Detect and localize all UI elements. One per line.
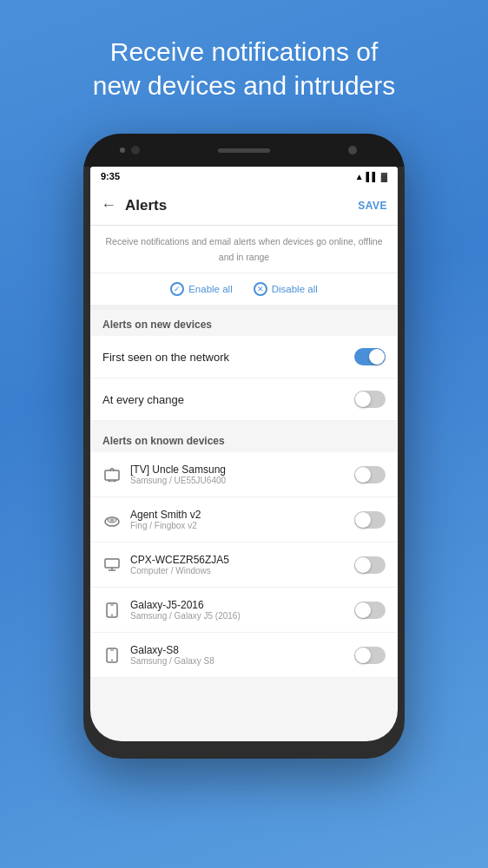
device-row-galaxy-j5: Galaxy-J5-2016 Samsung / Galaxy J5 (2016… bbox=[90, 588, 398, 633]
every-change-toggle[interactable] bbox=[354, 391, 386, 408]
svg-rect-7 bbox=[105, 559, 119, 568]
tv-icon bbox=[102, 465, 122, 484]
toggle-row-every-change: At every change bbox=[90, 378, 398, 421]
save-button[interactable]: SAVE bbox=[358, 200, 387, 212]
app-bar: ← Alerts SAVE bbox=[90, 186, 398, 226]
device-subtitle-fingbox: Fing / Fingbox v2 bbox=[130, 521, 201, 530]
svg-point-6 bbox=[110, 518, 114, 522]
device-row-computer: CPX-WCEZR56ZJA5 Computer / Windows bbox=[90, 542, 398, 588]
phone-camera-right bbox=[348, 146, 357, 155]
device-row-left-computer: CPX-WCEZR56ZJA5 Computer / Windows bbox=[102, 554, 354, 575]
svg-point-14 bbox=[111, 659, 113, 661]
phone-mockup: 9:35 ▲ ▌▌ ▓ ← Alerts SAVE Receive notifi… bbox=[83, 134, 405, 868]
phone-icon-j5 bbox=[102, 601, 122, 620]
computer-icon bbox=[102, 556, 122, 575]
toggle-knob bbox=[369, 349, 385, 365]
status-bar: 9:35 ▲ ▌▌ ▓ bbox=[90, 167, 398, 186]
device-subtitle-computer: Computer / Windows bbox=[130, 566, 229, 575]
device-title-tv: [TV] Uncle Samsung bbox=[130, 464, 226, 476]
subtitle-bar: Receive notifications and email alerts w… bbox=[90, 226, 398, 273]
device-title-galaxy-j5: Galaxy-J5-2016 bbox=[130, 599, 241, 611]
check-icon: ✓ bbox=[170, 282, 184, 296]
toggle-knob-galaxy-s8 bbox=[355, 648, 371, 663]
every-change-label: At every change bbox=[102, 393, 184, 406]
status-icons: ▲ ▌▌ ▓ bbox=[355, 172, 387, 181]
subtitle-text: Receive notifications and email alerts w… bbox=[105, 236, 382, 262]
app-bar-title: Alerts bbox=[125, 197, 358, 214]
headline-line1: Receive notifications of bbox=[110, 37, 379, 66]
toggle-knob-galaxy-j5 bbox=[355, 602, 371, 618]
headline-line2: new devices and intruders bbox=[93, 71, 396, 100]
device-title-galaxy-s8: Galaxy-S8 bbox=[130, 644, 214, 656]
svg-rect-0 bbox=[105, 470, 119, 480]
toggle-knob-computer bbox=[355, 557, 371, 573]
device-row-galaxy-s8: Galaxy-S8 Samsung / Galaxy S8 bbox=[90, 633, 398, 678]
first-seen-toggle[interactable] bbox=[354, 348, 386, 365]
disable-all-button[interactable]: ✕ Disable all bbox=[254, 282, 318, 296]
toggle-galaxy-j5[interactable] bbox=[354, 602, 386, 619]
enable-disable-row: ✓ Enable all ✕ Disable all bbox=[90, 273, 398, 310]
device-row-left-galaxy-s8: Galaxy-S8 Samsung / Galaxy S8 bbox=[102, 644, 354, 666]
disable-all-label: Disable all bbox=[272, 284, 318, 294]
device-row-left-fingbox: Agent Smith v2 Fing / Fingbox v2 bbox=[102, 509, 354, 530]
device-row-left-galaxy-j5: Galaxy-J5-2016 Samsung / Galaxy J5 (2016… bbox=[102, 599, 354, 621]
device-title-computer: CPX-WCEZR56ZJA5 bbox=[130, 554, 229, 566]
enable-all-button[interactable]: ✓ Enable all bbox=[170, 282, 233, 296]
fingbox-icon bbox=[102, 510, 122, 529]
toggle-galaxy-s8[interactable] bbox=[354, 647, 386, 664]
x-icon: ✕ bbox=[254, 282, 267, 296]
back-button[interactable]: ← bbox=[101, 196, 116, 214]
phone-dot bbox=[120, 148, 125, 153]
battery-icon: ▓ bbox=[381, 172, 387, 181]
phone-shell: 9:35 ▲ ▌▌ ▓ ← Alerts SAVE Receive notifi… bbox=[83, 134, 405, 759]
status-time: 9:35 bbox=[101, 171, 120, 181]
svg-point-11 bbox=[111, 614, 113, 615]
signal-icon: ▌▌ bbox=[366, 172, 379, 181]
device-subtitle-galaxy-j5: Samsung / Galaxy J5 (2016) bbox=[130, 611, 241, 621]
device-subtitle-galaxy-s8: Samsung / Galaxy S8 bbox=[130, 656, 214, 666]
device-title-fingbox: Agent Smith v2 bbox=[130, 509, 201, 521]
phone-icon-s8 bbox=[102, 646, 122, 665]
device-text-galaxy-s8: Galaxy-S8 Samsung / Galaxy S8 bbox=[130, 644, 214, 666]
phone-top-bar bbox=[83, 134, 405, 167]
device-text-computer: CPX-WCEZR56ZJA5 Computer / Windows bbox=[130, 554, 229, 575]
wifi-icon: ▲ bbox=[355, 172, 364, 181]
device-row-fingbox: Agent Smith v2 Fing / Fingbox v2 bbox=[90, 497, 398, 542]
device-row-tv: [TV] Uncle Samsung Samsung / UE55JU6400 bbox=[90, 452, 398, 497]
section-known-devices-header: Alerts on known devices bbox=[90, 426, 398, 452]
first-seen-label: First seen on the network bbox=[102, 351, 229, 364]
toggle-knob-2 bbox=[355, 391, 371, 407]
device-row-left: [TV] Uncle Samsung Samsung / UE55JU6400 bbox=[102, 464, 354, 485]
section-new-devices-header: Alerts on new devices bbox=[90, 310, 398, 336]
headline: Receive notifications of new devices and… bbox=[67, 35, 422, 102]
toggle-knob-fingbox bbox=[355, 512, 371, 528]
toggle-computer[interactable] bbox=[354, 556, 386, 574]
device-text-tv: [TV] Uncle Samsung Samsung / UE55JU6400 bbox=[130, 464, 226, 485]
device-text-fingbox: Agent Smith v2 Fing / Fingbox v2 bbox=[130, 509, 201, 530]
toggle-fingbox[interactable] bbox=[354, 511, 386, 529]
device-text-galaxy-j5: Galaxy-J5-2016 Samsung / Galaxy J5 (2016… bbox=[130, 599, 241, 621]
toggle-row-first-seen: First seen on the network bbox=[90, 336, 398, 378]
phone-camera-left bbox=[131, 146, 140, 155]
phone-speaker bbox=[218, 148, 270, 153]
enable-all-label: Enable all bbox=[188, 284, 233, 294]
device-subtitle-tv: Samsung / UE55JU6400 bbox=[130, 476, 226, 485]
toggle-knob-tv bbox=[355, 467, 371, 483]
phone-screen: 9:35 ▲ ▌▌ ▓ ← Alerts SAVE Receive notifi… bbox=[90, 167, 398, 741]
toggle-tv[interactable] bbox=[354, 466, 386, 483]
